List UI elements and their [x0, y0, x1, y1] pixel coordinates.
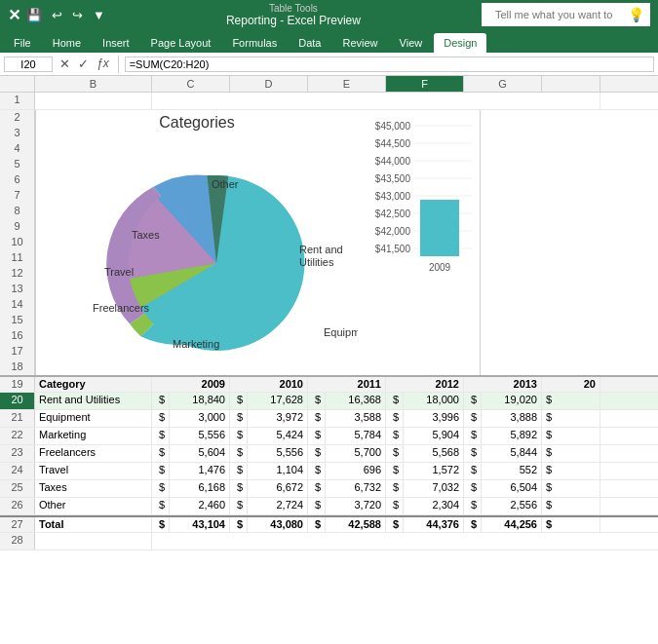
tab-design[interactable]: Design — [434, 33, 486, 53]
cell-c24-sym[interactable]: $ — [152, 463, 170, 479]
search-container[interactable]: 💡 — [482, 3, 650, 26]
cell-f21[interactable]: 3,996 — [404, 410, 464, 427]
cell-c26-sym[interactable]: $ — [152, 498, 170, 514]
cell-d27-sym[interactable]: $ — [230, 517, 248, 532]
cell-e27[interactable]: 42,588 — [326, 517, 386, 532]
cell-b26[interactable]: Other — [35, 498, 152, 514]
cell-e21[interactable]: 3,588 — [326, 410, 386, 427]
cell-b25[interactable]: Taxes — [35, 480, 152, 497]
cell-h21[interactable]: $ — [542, 410, 600, 427]
redo-icon[interactable]: ↪ — [72, 8, 83, 22]
cell-e20[interactable]: 16,368 — [326, 393, 386, 409]
cell-f23-sym[interactable]: $ — [386, 445, 404, 462]
cell-c20[interactable]: 18,840 — [170, 393, 230, 409]
cell-d21-sym[interactable]: $ — [230, 410, 248, 427]
cell-f26-sym[interactable]: $ — [386, 498, 404, 514]
cell-g26[interactable]: 2,556 — [482, 498, 542, 514]
cancel-formula-button[interactable]: ✕ — [57, 57, 73, 71]
cell-f24[interactable]: 1,572 — [404, 463, 464, 479]
cell-e27-sym[interactable]: $ — [308, 517, 326, 532]
cell-e25[interactable]: 6,732 — [326, 480, 386, 497]
cell-c25-sym[interactable]: $ — [152, 480, 170, 497]
cell-f21-sym[interactable]: $ — [386, 410, 404, 427]
cell-e26[interactable]: 3,720 — [326, 498, 386, 514]
cell-d26-sym[interactable]: $ — [230, 498, 248, 514]
cell-d20[interactable]: 17,628 — [248, 393, 308, 409]
cell-g19[interactable]: 2013 — [464, 377, 542, 392]
cell-b27[interactable]: Total — [35, 517, 152, 532]
cell-e24[interactable]: 696 — [326, 463, 386, 479]
cell-h24[interactable]: $ — [542, 463, 600, 479]
cell-b22[interactable]: Marketing — [35, 428, 152, 444]
cell-f22-sym[interactable]: $ — [386, 428, 404, 444]
cell-g21[interactable]: 3,888 — [482, 410, 542, 427]
cell-f19[interactable]: 2012 — [386, 377, 464, 392]
cell-d27[interactable]: 43,080 — [248, 517, 308, 532]
cell-c23[interactable]: 5,604 — [170, 445, 230, 462]
cell-e21-sym[interactable]: $ — [308, 410, 326, 427]
cell-c27[interactable]: 43,104 — [170, 517, 230, 532]
cell-b19[interactable]: Category — [35, 377, 152, 392]
cell-e24-sym[interactable]: $ — [308, 463, 326, 479]
cell-d24-sym[interactable]: $ — [230, 463, 248, 479]
cell-h25[interactable]: $ — [542, 480, 600, 497]
cell-d24[interactable]: 1,104 — [248, 463, 308, 479]
cell-c23-sym[interactable]: $ — [152, 445, 170, 462]
cell-f27-sym[interactable]: $ — [386, 517, 404, 532]
cell-d23-sym[interactable]: $ — [230, 445, 248, 462]
cell-g23-sym[interactable]: $ — [464, 445, 482, 462]
customize-icon[interactable]: ▼ — [93, 8, 105, 22]
cell-c25[interactable]: 6,168 — [170, 480, 230, 497]
cell-c22-sym[interactable]: $ — [152, 428, 170, 444]
cell-d25[interactable]: 6,672 — [248, 480, 308, 497]
cell-e25-sym[interactable]: $ — [308, 480, 326, 497]
cell-h26[interactable]: $ — [542, 498, 600, 514]
cell-g22[interactable]: 5,892 — [482, 428, 542, 444]
cell-b24[interactable]: Travel — [35, 463, 152, 479]
cell-g22-sym[interactable]: $ — [464, 428, 482, 444]
cell-c20-sym[interactable]: $ — [152, 393, 170, 409]
cell-c27-sym[interactable]: $ — [152, 517, 170, 532]
cell-c26[interactable]: 2,460 — [170, 498, 230, 514]
col-header-c[interactable]: C — [152, 76, 230, 92]
cell-g21-sym[interactable]: $ — [464, 410, 482, 427]
cell-g25[interactable]: 6,504 — [482, 480, 542, 497]
cell-reference-box[interactable] — [4, 57, 53, 72]
cell-b23[interactable]: Freelancers — [35, 445, 152, 462]
save-icon[interactable]: 💾 — [26, 8, 42, 22]
cell-h20[interactable]: $ — [542, 393, 600, 409]
cell-e23-sym[interactable]: $ — [308, 445, 326, 462]
tab-review[interactable]: Review — [332, 33, 387, 53]
cell-g27[interactable]: 44,256 — [482, 517, 542, 532]
cell-e22[interactable]: 5,784 — [326, 428, 386, 444]
cell-b1[interactable] — [35, 93, 152, 109]
undo-icon[interactable]: ↩ — [52, 8, 62, 22]
tab-view[interactable]: View — [390, 33, 433, 53]
cell-e20-sym[interactable]: $ — [308, 393, 326, 409]
search-input[interactable] — [487, 5, 624, 24]
cell-d19[interactable]: 2010 — [230, 377, 308, 392]
col-header-h[interactable] — [542, 76, 600, 92]
cell-f27[interactable]: 44,376 — [404, 517, 464, 532]
cell-h23[interactable]: $ — [542, 445, 600, 462]
cell-f23[interactable]: 5,568 — [404, 445, 464, 462]
tab-file[interactable]: File — [4, 33, 41, 53]
cell-f20[interactable]: 18,000 — [404, 393, 464, 409]
cell-g26-sym[interactable]: $ — [464, 498, 482, 514]
cell-g20[interactable]: 19,020 — [482, 393, 542, 409]
confirm-formula-button[interactable]: ✓ — [75, 57, 92, 71]
cell-d23[interactable]: 5,556 — [248, 445, 308, 462]
cell-f22[interactable]: 5,904 — [404, 428, 464, 444]
cell-g24-sym[interactable]: $ — [464, 463, 482, 479]
cell-d21[interactable]: 3,972 — [248, 410, 308, 427]
tab-data[interactable]: Data — [289, 33, 330, 53]
cell-f25-sym[interactable]: $ — [386, 480, 404, 497]
tab-insert[interactable]: Insert — [93, 33, 139, 53]
cell-e26-sym[interactable]: $ — [308, 498, 326, 514]
cell-c19[interactable]: 2009 — [152, 377, 230, 392]
cell-e19[interactable]: 2011 — [308, 377, 386, 392]
cell-c21[interactable]: 3,000 — [170, 410, 230, 427]
cell-c21-sym[interactable]: $ — [152, 410, 170, 427]
cell-g25-sym[interactable]: $ — [464, 480, 482, 497]
cell-c24[interactable]: 1,476 — [170, 463, 230, 479]
